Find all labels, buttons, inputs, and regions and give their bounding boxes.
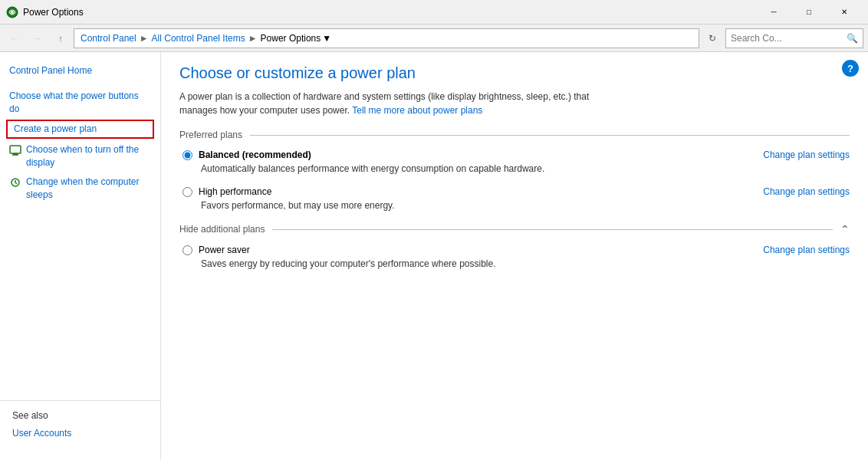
- svg-point-1: [11, 11, 14, 14]
- breadcrumb-sep-2: ►: [248, 33, 258, 44]
- preferred-plans-label: Preferred plans: [179, 130, 242, 140]
- sidebar-item-display-off[interactable]: Choose when to turn off the display: [0, 140, 160, 172]
- plan-header-saver: Power saver Change plan settings: [182, 245, 850, 255]
- forward-button[interactable]: →: [28, 28, 48, 48]
- breadcrumb-sep-1: ►: [140, 33, 149, 44]
- sidebar: Control Panel Home Choose what the power…: [0, 52, 161, 460]
- see-also-label: See also: [12, 410, 148, 421]
- plan-change-link-balanced[interactable]: Change plan settings: [763, 150, 850, 160]
- plan-radio-high[interactable]: [182, 187, 192, 197]
- additional-plans-line: [272, 229, 833, 230]
- sidebar-item-power-buttons[interactable]: Choose what the power buttons do: [0, 87, 160, 119]
- search-icon: 🔍: [847, 33, 858, 44]
- plan-desc-balanced: Automatically balances performance with …: [201, 163, 850, 174]
- sidebar-label-home: Control Panel Home: [9, 64, 92, 77]
- learn-more-link[interactable]: Tell me more about power plans: [352, 105, 482, 116]
- preferred-plans-header: Preferred plans: [179, 130, 850, 140]
- titlebar: Power Options ─ □ ✕: [0, 0, 868, 25]
- sidebar-label-power-buttons: Choose what the power buttons do: [9, 90, 148, 116]
- plan-item-high: High performance Change plan settings Fa…: [179, 186, 850, 211]
- breadcrumb-item-2[interactable]: All Control Panel Items: [152, 33, 245, 44]
- address-path[interactable]: Control Panel ► All Control Panel Items …: [74, 28, 699, 48]
- plan-desc-high: Favors performance, but may use more ene…: [201, 200, 850, 211]
- help-button[interactable]: ?: [842, 60, 859, 77]
- plan-item-saver: Power saver Change plan settings Saves e…: [179, 245, 850, 269]
- plan-desc-saver: Saves energy by reducing your computer's…: [201, 258, 850, 269]
- plan-change-link-high[interactable]: Change plan settings: [763, 186, 850, 197]
- up-button[interactable]: ↑: [51, 28, 71, 48]
- plan-item-balanced: Balanced (recommended) Change plan setti…: [179, 150, 850, 174]
- back-button[interactable]: ←: [5, 28, 25, 48]
- search-box[interactable]: 🔍: [725, 28, 863, 48]
- svg-rect-2: [10, 146, 21, 153]
- sidebar-item-user-accounts[interactable]: User Accounts: [12, 426, 148, 442]
- minimize-button[interactable]: ─: [756, 0, 791, 25]
- plan-header-balanced: Balanced (recommended) Change plan setti…: [182, 150, 850, 160]
- plan-radio-balanced[interactable]: [182, 150, 192, 160]
- display-off-icon: [9, 144, 21, 156]
- app-icon: [6, 6, 18, 18]
- refresh-button[interactable]: ↻: [702, 28, 722, 48]
- breadcrumb-item-3: Power Options: [261, 33, 321, 44]
- plan-name-high: High performance: [199, 186, 271, 197]
- preferred-plans-line: [250, 135, 850, 136]
- page-description: A power plan is a collection of hardware…: [179, 90, 624, 117]
- sleep-icon: [9, 176, 21, 189]
- close-button[interactable]: ✕: [827, 0, 862, 25]
- additional-plans-label: Hide additional plans: [179, 224, 265, 235]
- additional-plans-header: Hide additional plans ⌃: [179, 223, 850, 235]
- plan-change-link-saver[interactable]: Change plan settings: [763, 245, 850, 255]
- main-layout: Control Panel Home Choose what the power…: [0, 52, 868, 460]
- breadcrumb-item-1[interactable]: Control Panel: [81, 33, 136, 44]
- chevron-up-icon[interactable]: ⌃: [840, 223, 850, 235]
- addressbar: ← → ↑ Control Panel ► All Control Panel …: [0, 25, 868, 52]
- plan-label-saver[interactable]: Power saver: [182, 245, 250, 255]
- sidebar-label-user-accounts: User Accounts: [12, 427, 71, 440]
- plan-header-high: High performance Change plan settings: [182, 186, 850, 197]
- plan-radio-saver[interactable]: [182, 245, 192, 255]
- window-controls: ─ □ ✕: [756, 0, 862, 25]
- plan-label-balanced[interactable]: Balanced (recommended): [182, 150, 311, 160]
- content-area: ? Choose or customize a power plan A pow…: [161, 52, 868, 460]
- sidebar-bottom: See also User Accounts: [0, 400, 160, 451]
- sidebar-item-sleep[interactable]: Change when the computer sleeps: [0, 172, 160, 205]
- sidebar-item-create-plan[interactable]: Create a power plan: [6, 120, 154, 139]
- plan-label-high[interactable]: High performance: [182, 186, 271, 197]
- page-title: Choose or customize a power plan: [179, 64, 850, 82]
- plan-name-balanced: Balanced (recommended): [199, 150, 311, 160]
- plan-name-saver: Power saver: [199, 245, 250, 255]
- sidebar-item-control-panel-home[interactable]: Control Panel Home: [0, 61, 160, 80]
- titlebar-text: Power Options: [23, 7, 756, 18]
- sidebar-label-sleep: Change when the computer sleeps: [26, 176, 148, 202]
- breadcrumb-dropdown-arrow[interactable]: ▼: [321, 28, 333, 48]
- maximize-button[interactable]: □: [791, 0, 827, 25]
- search-input[interactable]: [731, 33, 847, 44]
- sidebar-label-display-off: Choose when to turn off the display: [26, 143, 148, 169]
- sidebar-label-create-plan: Create a power plan: [14, 123, 97, 136]
